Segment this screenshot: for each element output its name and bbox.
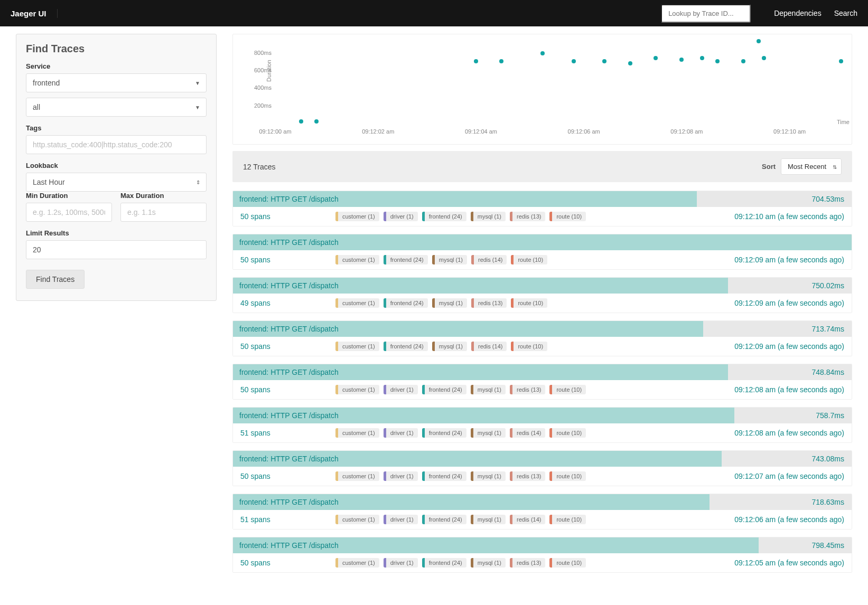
trace-item[interactable]: frontend: HTTP GET /dispatch798.45ms50 s… [232, 537, 852, 573]
trace-item[interactable]: frontend: HTTP GET /dispatch713.74ms50 s… [232, 320, 852, 356]
service-tag: redis (13) [510, 558, 545, 568]
service-tag: mysql (1) [471, 558, 506, 568]
service-tag: mysql (1) [432, 255, 467, 264]
trace-title: frontend: HTTP GET /dispatch [233, 537, 759, 553]
chart-point[interactable] [839, 59, 843, 63]
service-tag: frontend (24) [422, 428, 466, 438]
find-traces-button[interactable]: Find Traces [26, 270, 85, 289]
service-tag: frontend (24) [422, 515, 466, 524]
sort-select[interactable]: Most Recent [781, 158, 842, 175]
chart-xtick: 09:12:08 am [670, 128, 703, 135]
trace-spans: 49 spans [240, 299, 335, 307]
chart-point[interactable] [762, 56, 766, 60]
service-tag: driver (1) [384, 385, 418, 394]
trace-spans: 51 spans [240, 515, 335, 524]
chart-xtick: 09:12:06 am [568, 128, 600, 135]
min-duration-input[interactable] [26, 203, 112, 222]
service-tag: redis (14) [510, 515, 545, 524]
trace-item[interactable]: frontend: HTTP GET /dispatch750.02ms49 s… [232, 277, 852, 313]
service-tag: route (10) [549, 471, 586, 481]
max-duration-input[interactable] [120, 203, 207, 222]
service-tag: redis (13) [510, 471, 545, 481]
service-tag: redis (14) [471, 342, 507, 351]
trace-timestamp: 09:12:05 am (a few seconds ago) [734, 559, 844, 567]
nav-search[interactable]: Search [834, 9, 857, 17]
chart-xtick: 09:12:00 am [259, 128, 291, 135]
trace-spans: 50 spans [240, 256, 335, 264]
chart-point[interactable] [299, 119, 303, 124]
chart-point[interactable] [654, 56, 658, 60]
chart-point[interactable] [628, 61, 632, 65]
trace-item[interactable]: frontend: HTTP GET /dispatch930.01ms50 s… [232, 234, 852, 270]
service-tag: mysql (1) [432, 298, 467, 308]
service-tag: frontend (24) [384, 298, 428, 308]
trace-title: frontend: HTTP GET /dispatch [233, 364, 728, 380]
chart-xtick: 09:12:04 am [465, 128, 497, 135]
trace-spans: 50 spans [240, 212, 335, 221]
chart-point[interactable] [700, 56, 704, 60]
chart-point[interactable] [540, 51, 545, 55]
lookback-select[interactable]: Last Hour [26, 173, 207, 192]
trace-tags: customer (1)driver (1)frontend (24)mysql… [335, 558, 586, 568]
service-tag: route (10) [511, 298, 547, 308]
service-tag: frontend (24) [384, 255, 428, 264]
tags-input[interactable] [26, 135, 207, 154]
sort-label: Sort [762, 163, 776, 171]
trace-item[interactable]: frontend: HTTP GET /dispatch748.84ms50 s… [232, 364, 852, 400]
chart-point[interactable] [679, 58, 684, 62]
trace-item[interactable]: frontend: HTTP GET /dispatch758.7ms51 sp… [232, 407, 852, 443]
chart-point[interactable] [572, 59, 576, 63]
trace-duration: 704.53ms [805, 191, 852, 207]
chart-point[interactable] [715, 59, 720, 63]
service-tag: route (10) [549, 558, 586, 568]
chart-point[interactable] [314, 119, 319, 124]
trace-duration: 713.74ms [805, 321, 852, 337]
trace-title: frontend: HTTP GET /dispatch [233, 278, 728, 294]
limit-input[interactable] [26, 240, 207, 259]
lookback-label: Lookback [26, 162, 207, 169]
chart-point[interactable] [602, 59, 606, 63]
service-tag: mysql (1) [471, 471, 506, 481]
trace-tags: customer (1)driver (1)frontend (24)mysql… [335, 428, 586, 438]
trace-duration: 718.63ms [805, 494, 852, 510]
chart-point[interactable] [757, 39, 761, 43]
trace-duration: 743.08ms [805, 451, 852, 467]
service-tag: driver (1) [384, 212, 418, 221]
trace-title: frontend: HTTP GET /dispatch [233, 494, 710, 510]
chart-point[interactable] [499, 59, 503, 63]
service-tag: redis (13) [510, 385, 545, 394]
max-duration-label: Max Duration [120, 192, 207, 200]
service-tag: frontend (24) [422, 385, 466, 394]
brand: Jaeger UI [11, 9, 58, 18]
service-tag: route (10) [511, 255, 547, 264]
trace-item[interactable]: frontend: HTTP GET /dispatch718.63ms51 s… [232, 494, 852, 530]
trace-item[interactable]: frontend: HTTP GET /dispatch743.08ms50 s… [232, 450, 852, 486]
nav-dependencies[interactable]: Dependencies [774, 9, 822, 17]
limit-label: Limit Results [26, 229, 207, 237]
trace-tags: customer (1)frontend (24)mysql (1)redis … [335, 298, 547, 308]
service-tag: customer (1) [335, 298, 379, 308]
service-tag: route (10) [549, 385, 586, 394]
chart-point[interactable] [474, 59, 478, 63]
service-tag: driver (1) [384, 515, 418, 524]
service-tag: customer (1) [335, 515, 379, 524]
trace-id-lookup-input[interactable] [661, 4, 751, 23]
trace-timestamp: 09:12:06 am (a few seconds ago) [734, 515, 844, 524]
service-label: Service [26, 62, 207, 70]
chart-ytick: 200ms [254, 102, 272, 109]
chart-ytick: 800ms [254, 50, 272, 56]
operation-select[interactable]: all [26, 98, 207, 117]
trace-tags: customer (1)driver (1)frontend (24)mysql… [335, 212, 586, 221]
service-select[interactable]: frontend [26, 73, 207, 92]
trace-title: frontend: HTTP GET /dispatch [233, 408, 734, 423]
chart-point[interactable] [741, 59, 745, 63]
service-tag: frontend (24) [384, 342, 428, 351]
trace-timestamp: 09:12:09 am (a few seconds ago) [734, 342, 844, 351]
service-tag: customer (1) [335, 428, 379, 438]
trace-tags: customer (1)driver (1)frontend (24)mysql… [335, 385, 586, 394]
chart-ytick: 400ms [254, 84, 272, 91]
trace-tags: customer (1)driver (1)frontend (24)mysql… [335, 471, 586, 481]
trace-timestamp: 09:12:09 am (a few seconds ago) [734, 299, 844, 307]
service-tag: driver (1) [384, 428, 418, 438]
trace-item[interactable]: frontend: HTTP GET /dispatch704.53ms50 s… [232, 191, 852, 226]
